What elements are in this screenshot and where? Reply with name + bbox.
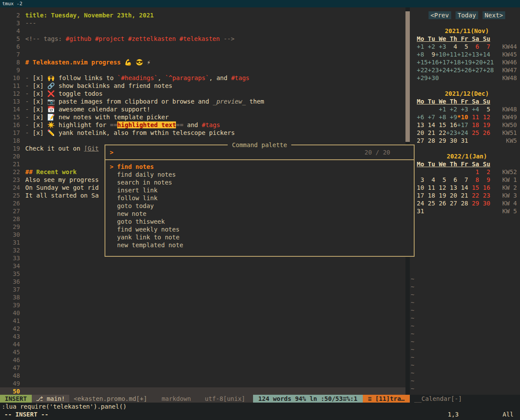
editor-line[interactable]: 44 [0, 340, 405, 348]
editor-line[interactable]: 9 [0, 66, 405, 74]
calendar-day-cell[interactable]: 10 11 12 13 14 [417, 184, 468, 191]
editor-line[interactable]: 11- [x] 🔗 show backlinks and friend note… [0, 82, 405, 90]
calendar-week-row[interactable]: +8 9+10+11+12+13+14KW45 [417, 50, 517, 58]
calendar-day-cell[interactable]: 5 [479, 106, 490, 113]
calendar-week-row[interactable]: 13 14 15 16+17 18 19KW50 [417, 121, 517, 129]
editor-line[interactable]: 10- [x] 🙌 follow links to `#headings`, `… [0, 74, 405, 82]
calendar-next-button[interactable]: Next> [483, 11, 505, 19]
calendar-days: +15+16+17+18+19+20+21 [417, 58, 494, 66]
palette-item[interactable]: goto today [105, 202, 414, 210]
palette-item[interactable]: find weekly notes [105, 225, 414, 233]
calendar-day-cell[interactable]: 18 19 [468, 121, 490, 128]
editor-line[interactable]: 39 [0, 301, 405, 309]
calendar-week-row[interactable]: 10 11 12 13 14 15 16KW 2 [417, 184, 517, 192]
editor-line[interactable]: 34 [0, 262, 405, 270]
editor-line[interactable]: 12- [x] ❌ toggle todos [0, 90, 405, 97]
calendar-week-row[interactable]: +29+30KW48 [417, 74, 517, 82]
calendar-week-row[interactable]: 3 4 5 6 7 8 9KW 1 [417, 176, 517, 184]
editor-line[interactable]: 37 [0, 286, 405, 293]
editor-line[interactable]: 7 [0, 50, 405, 58]
calendar-week-row[interactable]: 20 21 22+23+24 25 26KW51 [417, 129, 517, 137]
calendar-day-cell[interactable]: 24 25 26 27 28 [417, 200, 468, 207]
editor-line[interactable]: 45 [0, 348, 405, 356]
calendar-week-row[interactable]: 1 2KW52 [417, 168, 517, 176]
editor-line[interactable]: 8# Telekasten.nvim progress 💪 😎 ⚡ [0, 58, 405, 66]
calendar-day-cell[interactable]: 8 9 [468, 176, 490, 183]
calendar-week-row[interactable]: +1 +2 +3 +4 5KW48 [417, 105, 517, 113]
calendar-day-cell[interactable]: 22 23 [468, 192, 490, 199]
editor-line[interactable]: 14- [x] 📅 awesome calendar support! [0, 105, 405, 113]
calendar-day-cell[interactable]: 4 5 [446, 43, 468, 50]
calendar-day-cell[interactable]: +23+24 [446, 129, 468, 136]
editor-line[interactable]: 16- [x] ☀️ highlight for ==highlighted t… [0, 121, 405, 129]
command-line[interactable]: :lua require('telekasten').panel() [0, 403, 520, 410]
palette-item[interactable]: yank link to note [105, 233, 414, 241]
editor-line[interactable]: 5<!-- tags: #github #project #zettelkast… [0, 35, 405, 43]
calendar-day-cell[interactable]: 11 12 [468, 114, 490, 121]
calendar-week-row[interactable]: +1 +2 +3 4 5 6 7KW44 [417, 43, 517, 50]
calendar-day-cell[interactable]: +29+30 [417, 74, 439, 81]
scrollbar-thumb[interactable] [405, 11, 410, 142]
calendar-day-cell[interactable]: 13 14 15 16 [417, 121, 457, 128]
calendar-prev-button[interactable]: <Prev [429, 11, 451, 19]
editor-line[interactable]: 36 [0, 278, 405, 286]
calendar-week-row[interactable]: 31KW 5 [417, 207, 517, 215]
editor-line[interactable]: 4 [0, 27, 405, 35]
calendar-day-cell[interactable] [417, 168, 472, 175]
editor-line[interactable]: 41 [0, 317, 405, 325]
calendar-day-cell[interactable]: +22+23+24+25+26+27+28 [417, 67, 494, 74]
calendar-day-cell[interactable]: +1 +2 +3 [417, 43, 446, 50]
editor-line[interactable]: 49 [0, 380, 405, 387]
editor-line[interactable]: 38 [0, 293, 405, 301]
palette-item[interactable]: follow link [105, 194, 414, 202]
calendar-week-row[interactable]: 27 28 29 30 31KW5 [417, 137, 517, 144]
editor-line[interactable]: 18 [0, 137, 405, 144]
calendar-week-row[interactable]: 24 25 26 27 28 29 30KW 4 [417, 199, 517, 207]
calendar-today-button[interactable]: Today [456, 11, 478, 19]
editor-line[interactable]: 50 [0, 387, 405, 395]
editor-line[interactable]: 42 [0, 325, 405, 333]
calendar-day-cell[interactable] [417, 106, 439, 113]
editor-line[interactable]: 2title: Tuesday, November 23th, 2021 [0, 11, 405, 19]
calendar-day-cell[interactable]: +15+16+17+18+19+20+21 [417, 59, 494, 66]
palette-item[interactable]: insert link [105, 186, 414, 194]
palette-item[interactable]: find daily notes [105, 171, 414, 178]
calendar-day-cell[interactable]: +1 +2 +3 +4 [439, 106, 479, 113]
editor-line[interactable]: 48 [0, 372, 405, 380]
editor-line[interactable]: 47 [0, 364, 405, 372]
palette-item[interactable]: new templated note [105, 241, 414, 249]
calendar-day-cell[interactable]: 27 28 29 30 31 [417, 137, 468, 144]
calendar-day-cell[interactable]: 29 30 [468, 200, 490, 207]
calendar-day-cell[interactable]: 1 2 [472, 168, 490, 175]
calendar-day-cell[interactable]: 25 26 [468, 129, 490, 136]
calendar-week-row[interactable]: +6 +7 +8 +9*10 11 12KW49 [417, 113, 517, 121]
editor-line[interactable]: 35 [0, 270, 405, 278]
calendar-day-cell[interactable]: 6 7 [468, 43, 490, 50]
calendar-day-cell[interactable]: +17 [457, 121, 468, 128]
calendar-day-cell[interactable]: +10+11+12+13+14 [435, 51, 490, 58]
editor-line[interactable]: 46 [0, 356, 405, 364]
calendar-day-cell[interactable]: 17 18 19 20 21 [417, 192, 468, 199]
editor-line[interactable]: 13- [x] 📷 paste images from clipboard or… [0, 97, 405, 105]
calendar-week-row[interactable]: +22+23+24+25+26+27+28KW47 [417, 66, 517, 74]
calendar-week-row[interactable]: +15+16+17+18+19+20+21KW46 [417, 58, 517, 66]
palette-item[interactable]: goto thisweek [105, 218, 414, 225]
calendar-day-cell[interactable]: +6 +7 +8 +9 [417, 114, 457, 121]
palette-item[interactable]: search in notes [105, 178, 414, 186]
editor-line[interactable]: 40 [0, 309, 405, 317]
editor-line[interactable]: 43 [0, 333, 405, 340]
calendar-day-cell[interactable]: 9 [424, 51, 435, 58]
editor-line[interactable]: 17- [x] ✏️ yank notelink, also from wthi… [0, 129, 405, 137]
editor-line[interactable]: 3--- [0, 19, 405, 27]
palette-item[interactable]: new note [105, 210, 414, 218]
calendar-day-cell[interactable]: 20 21 22 [417, 129, 446, 136]
editor-line[interactable]: 15- [x] 📝 new notes with template picker [0, 113, 405, 121]
calendar-day-cell[interactable]: +8 [417, 51, 424, 58]
calendar-day-cell[interactable]: 31 [417, 208, 424, 215]
palette-item[interactable]: > find notes [105, 163, 414, 171]
calendar-day-cell[interactable]: *10 [457, 114, 468, 121]
calendar-week-row[interactable]: 17 18 19 20 21 22 23KW 3 [417, 192, 517, 199]
calendar-day-cell[interactable]: 3 4 5 6 7 [417, 176, 468, 183]
calendar-day-cell[interactable]: 15 16 [468, 184, 490, 191]
editor-line[interactable]: 6 [0, 43, 405, 50]
